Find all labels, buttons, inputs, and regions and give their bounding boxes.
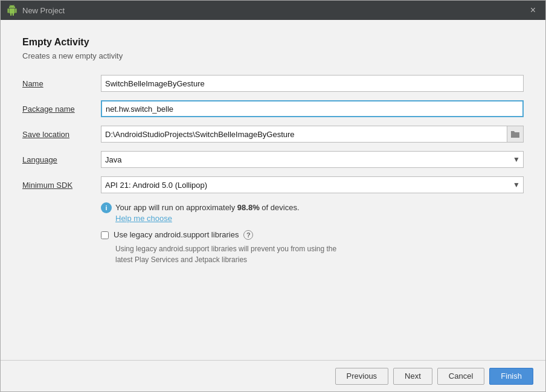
language-select[interactable]: Java Kotlin: [101, 151, 524, 168]
save-location-field: [101, 126, 524, 143]
help-me-choose-link[interactable]: Help me choose: [115, 214, 172, 223]
device-info-after: of devices.: [260, 203, 300, 212]
titlebar-left: New Project: [7, 5, 65, 16]
finish-button[interactable]: Finish: [489, 368, 533, 385]
previous-button[interactable]: Previous: [335, 368, 389, 385]
min-sdk-row: Minimum SDK API 21: Android 5.0 (Lollipo…: [22, 176, 524, 193]
info-icon: i: [101, 202, 112, 213]
legacy-description: Using legacy android.support libraries w…: [115, 243, 345, 265]
name-label: Name: [22, 79, 101, 88]
device-percentage: 98.8%: [237, 203, 260, 212]
package-row: Package name: [22, 100, 524, 117]
legacy-help-icon[interactable]: ?: [243, 230, 253, 240]
save-location-label: Save location: [22, 130, 101, 139]
legacy-checkbox[interactable]: [101, 231, 109, 239]
language-row: Language Java Kotlin ▼: [22, 151, 524, 168]
package-label: Package name: [22, 104, 101, 114]
legacy-checkbox-label: Use legacy android.support libraries: [114, 230, 239, 239]
cancel-button[interactable]: Cancel: [437, 368, 484, 385]
save-location-input[interactable]: [101, 126, 507, 143]
section-subtitle: Creates a new empty activity: [22, 51, 524, 60]
section-title: Empty Activity: [22, 37, 524, 48]
language-select-wrapper: Java Kotlin ▼: [101, 151, 524, 168]
language-label: Language: [22, 155, 101, 164]
device-info-before: Your app will run on approximately: [115, 203, 237, 212]
android-logo-icon: [7, 5, 18, 16]
name-row: Name: [22, 75, 524, 92]
save-location-row: Save location: [22, 126, 524, 143]
name-input[interactable]: [101, 75, 524, 92]
legacy-checkbox-row: Use legacy android.support libraries ?: [101, 230, 524, 240]
new-project-dialog: New Project × Empty Activity Creates a n…: [0, 0, 546, 392]
min-sdk-label: Minimum SDK: [22, 181, 101, 190]
min-sdk-select[interactable]: API 21: Android 5.0 (Lollipop) API 22: A…: [101, 176, 524, 193]
close-button[interactable]: ×: [527, 4, 539, 16]
browse-folder-button[interactable]: [507, 126, 524, 143]
device-info-text: Your app will run on approximately 98.8%…: [115, 202, 300, 223]
titlebar: New Project ×: [1, 1, 545, 20]
folder-icon: [510, 130, 520, 138]
next-button[interactable]: Next: [393, 368, 432, 385]
package-input[interactable]: [101, 100, 524, 117]
min-sdk-select-wrapper: API 21: Android 5.0 (Lollipop) API 22: A…: [101, 176, 524, 193]
dialog-content: Empty Activity Creates a new empty activ…: [1, 20, 545, 360]
dialog-footer: Previous Next Cancel Finish: [1, 360, 545, 391]
dialog-title: New Project: [22, 6, 65, 15]
device-info-row: i Your app will run on approximately 98.…: [101, 202, 524, 223]
